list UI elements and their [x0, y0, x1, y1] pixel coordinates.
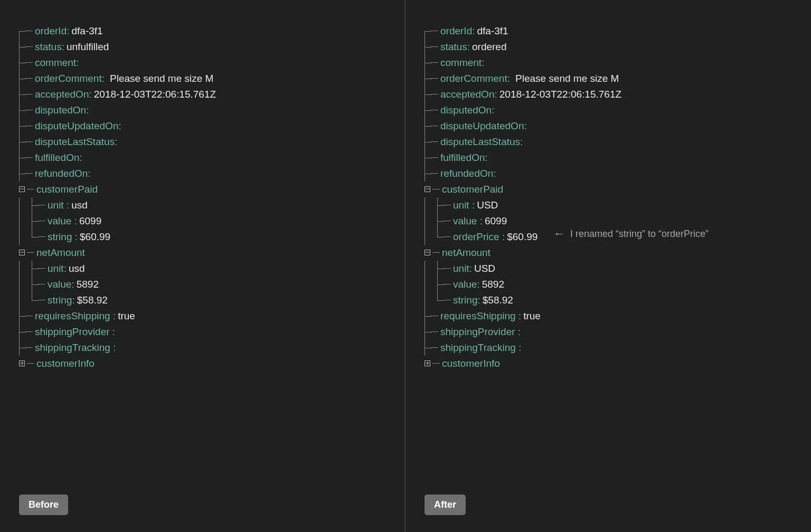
val-value: 6099: [79, 213, 101, 229]
tree-row: status:unfulfilled: [19, 39, 404, 55]
key-value: value :: [453, 213, 483, 229]
tree-row: disputedOn:: [19, 102, 404, 118]
tree-row: string:$58.92: [19, 292, 404, 308]
tree-row: fulfilledOn:: [19, 150, 404, 166]
key-orderid: orderId:: [35, 23, 69, 39]
key-string: string:: [453, 292, 480, 308]
expand-toggle[interactable]: [425, 360, 430, 366]
key-comment: comment:: [440, 55, 484, 70]
tree-row: unit:usd: [19, 261, 404, 277]
key-status: status:: [440, 39, 470, 54]
key-value: value:: [453, 277, 480, 292]
key-disputelaststatus: disputeLastStatus:: [440, 134, 523, 149]
key-disputedon: disputedOn:: [35, 102, 89, 118]
key-acceptedon: acceptedOn:: [440, 87, 497, 102]
before-panel: orderId:dfa-3f1 status:unfulfilled comme…: [0, 0, 406, 532]
tree-row: customerPaid: [425, 182, 811, 197]
val-string: $60.99: [80, 229, 110, 244]
val-ordercomment: Please send me size M: [515, 71, 619, 86]
val-acceptedon: 2018-12-03T22:06:15.761Z: [94, 87, 216, 102]
tree-row: unit:USD: [425, 261, 811, 277]
val-orderid: dfa-3f1: [477, 23, 508, 39]
val-unit: USD: [474, 261, 495, 276]
val-orderid: dfa-3f1: [71, 23, 102, 39]
val-requiresshipping: true: [523, 308, 541, 324]
val-requiresshipping: true: [118, 308, 135, 324]
val-acceptedon: 2018-12-03T22:06:15.761Z: [499, 87, 621, 102]
val-string: $58.92: [77, 292, 108, 308]
val-unit: usd: [69, 261, 85, 276]
key-fulfilledon: fulfilledOn:: [35, 150, 82, 165]
tree-row: string:$58.92: [425, 292, 811, 308]
val-status: unfulfilled: [67, 39, 109, 54]
tree-row: comment:: [425, 55, 811, 71]
arrow-left-icon: ←: [553, 228, 565, 240]
key-status: status:: [35, 39, 64, 54]
key-disputelaststatus: disputeLastStatus:: [35, 134, 117, 149]
key-acceptedon: acceptedOn:: [35, 87, 92, 102]
tree-row: fulfilledOn:: [425, 150, 811, 166]
val-ordercomment: Please send me size M: [110, 71, 213, 86]
key-orderprice: orderPrice :: [453, 229, 505, 244]
key-customerpaid: customerPaid: [36, 182, 98, 197]
tree-row: unit :USD: [425, 197, 811, 213]
tree-row: acceptedOn:2018-12-03T22:06:15.761Z: [425, 87, 811, 102]
tree-row: shippingProvider :: [425, 324, 811, 340]
key-disputeupdatedon: disputeUpdatedOn:: [35, 118, 121, 134]
before-tree: orderId:dfa-3f1 status:unfulfilled comme…: [19, 23, 404, 372]
tree-row: disputeLastStatus:: [19, 134, 404, 150]
tree-row: value:5892: [19, 277, 404, 292]
key-unit: unit:: [453, 261, 472, 276]
expand-toggle[interactable]: [19, 360, 25, 366]
collapse-toggle[interactable]: [19, 186, 25, 192]
tree-row: string :$60.99: [19, 229, 404, 245]
collapse-toggle[interactable]: [425, 250, 430, 255]
key-comment: comment:: [35, 55, 79, 70]
after-badge: After: [425, 495, 466, 515]
key-customerpaid: customerPaid: [442, 182, 503, 197]
tree-row: value :6099: [425, 213, 811, 229]
key-refundedon: refundedOn:: [440, 166, 496, 181]
tree-row: orderComment:Please send me size M: [425, 71, 811, 87]
key-unit: unit:: [48, 261, 67, 276]
after-tree: orderId:dfa-3f1 status:ordered comment: …: [425, 23, 811, 372]
annotation-rename: ← I renamed “string” to “orderPrice”: [553, 228, 709, 240]
key-shippingprovider: shippingProvider :: [35, 324, 115, 339]
key-refundedon: refundedOn:: [35, 166, 91, 181]
val-unit: usd: [71, 197, 88, 213]
key-customerinfo: customerInfo: [36, 356, 95, 371]
tree-row: requiresShipping :true: [19, 308, 404, 324]
val-value: 5892: [77, 277, 99, 292]
key-orderid: orderId:: [440, 23, 475, 39]
val-status: ordered: [472, 39, 507, 54]
tree-row: acceptedOn:2018-12-03T22:06:15.761Z: [19, 87, 404, 102]
val-string: $58.92: [483, 292, 513, 308]
tree-row: unit :usd: [19, 197, 404, 213]
tree-row: customerInfo: [19, 356, 404, 372]
collapse-toggle[interactable]: [19, 250, 25, 255]
key-value: value:: [48, 277, 74, 292]
tree-row: value:5892: [425, 277, 811, 292]
key-disputeupdatedon: disputeUpdatedOn:: [440, 118, 527, 134]
key-shippingprovider: shippingProvider :: [440, 324, 521, 339]
key-disputedon: disputedOn:: [440, 102, 494, 118]
val-unit: USD: [477, 197, 498, 213]
tree-row: disputeUpdatedOn:: [19, 118, 404, 134]
before-badge: Before: [19, 495, 68, 515]
tree-row: requiresShipping :true: [425, 308, 811, 324]
after-panel: orderId:dfa-3f1 status:ordered comment: …: [406, 0, 811, 532]
tree-row: customerPaid: [19, 182, 404, 197]
key-netamount: netAmount: [442, 245, 491, 260]
collapse-toggle[interactable]: [425, 186, 430, 192]
key-ordercomment: orderComment:: [440, 71, 510, 86]
tree-row: shippingProvider :: [19, 324, 404, 340]
key-unit: unit :: [453, 197, 475, 213]
key-requiresshipping: requiresShipping :: [35, 308, 116, 324]
tree-row: value :6099: [19, 213, 404, 229]
tree-row: netAmount: [425, 245, 811, 261]
key-unit: unit :: [48, 197, 69, 213]
val-orderprice: $60.99: [507, 229, 537, 244]
key-shippingtracking: shippingTracking :: [440, 340, 521, 355]
tree-row: refundedOn:: [19, 166, 404, 182]
val-value: 6099: [485, 213, 507, 229]
